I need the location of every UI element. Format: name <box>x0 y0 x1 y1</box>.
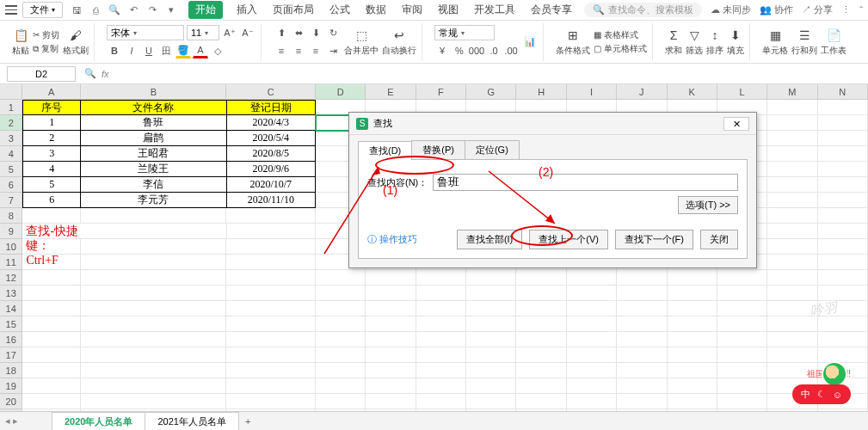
cells-button[interactable]: ▦单元格 <box>762 27 788 57</box>
tab-insert[interactable]: 插入 <box>235 1 259 19</box>
currency-icon[interactable]: ¥ <box>434 43 450 58</box>
cell-C2[interactable]: 2020/4/3 <box>227 115 317 131</box>
col-E[interactable]: E <box>366 84 416 99</box>
row-11[interactable]: 11 <box>0 255 22 270</box>
cell-B1[interactable]: 文件名称 <box>81 100 226 115</box>
col-K[interactable]: K <box>668 84 717 99</box>
comma-icon[interactable]: 000 <box>469 43 484 58</box>
tab-view[interactable]: 视图 <box>436 1 460 19</box>
row-5[interactable]: 5 <box>0 162 22 177</box>
font-color-icon[interactable]: A <box>193 43 208 58</box>
fill-color-icon[interactable]: 🪣 <box>175 43 191 58</box>
row-2[interactable]: 2 <box>0 115 22 131</box>
qat-save-icon[interactable]: 🖫 <box>70 3 83 17</box>
align-top-icon[interactable]: ⬆ <box>274 25 289 40</box>
sum-button[interactable]: Σ求和 <box>665 27 682 57</box>
col-B[interactable]: B <box>81 84 226 99</box>
percent-icon[interactable]: % <box>452 43 467 58</box>
share-button[interactable]: ↗ 分享 <box>802 3 833 16</box>
align-middle-icon[interactable]: ⬌ <box>291 25 306 40</box>
find-input[interactable] <box>433 174 738 191</box>
sheet-nav[interactable]: ◂ ▸ <box>5 415 18 427</box>
cell-B4[interactable]: 王昭君 <box>81 146 226 162</box>
tab-home[interactable]: 开始 <box>188 1 223 19</box>
qat-dropdown-icon[interactable]: ▾ <box>164 3 178 17</box>
filter-button[interactable]: ▽筛选 <box>686 27 703 57</box>
align-right-icon[interactable]: ≡ <box>308 43 323 58</box>
command-search[interactable]: 🔍 查找命令、搜索模板 <box>584 3 702 17</box>
align-bottom-icon[interactable]: ⬇ <box>308 25 323 40</box>
fill-button[interactable]: ⬇填充 <box>727 27 744 57</box>
sheet-tab-2[interactable]: 2021年人员名单 <box>145 412 238 431</box>
table-style-button[interactable]: ▦表格样式 <box>594 29 647 41</box>
indent-icon[interactable]: ⇥ <box>325 43 341 58</box>
orientation-icon[interactable]: ↻ <box>325 25 341 40</box>
format-type-icon[interactable]: 📊 <box>522 34 538 50</box>
col-N[interactable]: N <box>818 84 868 99</box>
cell-C4[interactable]: 2020/8/5 <box>227 146 317 162</box>
align-center-icon[interactable]: ≡ <box>291 43 306 58</box>
cell-C7[interactable]: 2020/11/10 <box>227 193 317 208</box>
conditional-format-button[interactable]: ⊞条件格式 <box>556 27 590 57</box>
cell-style-button[interactable]: ▢单元格样式 <box>594 43 647 55</box>
cell-B6[interactable]: 李信 <box>81 177 226 193</box>
row-12[interactable]: 12 <box>0 270 22 286</box>
sheet-button[interactable]: 📄工作表 <box>821 27 846 57</box>
border-icon[interactable]: 田 <box>158 43 174 58</box>
coop-button[interactable]: 👥 协作 <box>760 3 793 16</box>
more-icon[interactable]: ⋮ <box>841 4 851 15</box>
qat-undo-icon[interactable]: ↶ <box>126 3 140 17</box>
increase-decimal-icon[interactable]: .00 <box>503 43 519 58</box>
cell-A5[interactable]: 4 <box>22 162 81 177</box>
copy-button[interactable]: ⧉复制 <box>33 43 59 55</box>
cell-A6[interactable]: 5 <box>22 177 81 193</box>
cell-A4[interactable]: 3 <box>22 146 81 162</box>
row-1[interactable]: 1 <box>0 100 22 115</box>
row-4[interactable]: 4 <box>0 146 22 162</box>
clear-format-icon[interactable]: ◇ <box>210 43 225 58</box>
name-box[interactable]: D2 <box>7 66 76 82</box>
fx-search-icon[interactable]: 🔍 <box>84 68 96 79</box>
row-17[interactable]: 17 <box>0 347 22 363</box>
decrease-font-icon[interactable]: A⁻ <box>240 25 255 40</box>
tab-data[interactable]: 数据 <box>364 1 388 19</box>
italic-icon[interactable]: I <box>124 43 139 58</box>
cell-C1[interactable]: 登记日期 <box>227 100 317 115</box>
row-13[interactable]: 13 <box>0 286 22 301</box>
add-sheet-button[interactable]: + <box>238 415 257 428</box>
number-format-combo[interactable]: 常规 <box>434 25 495 40</box>
col-H[interactable]: H <box>516 84 566 99</box>
row-18[interactable]: 18 <box>0 363 22 378</box>
qat-print-icon[interactable]: ⎙ <box>89 3 102 17</box>
tab-page-layout[interactable]: 页面布局 <box>271 1 316 19</box>
row-9[interactable]: 9 <box>0 224 22 239</box>
merge-center-button[interactable]: ⬚合并居中 <box>344 27 379 57</box>
row-14[interactable]: 14 <box>0 301 22 316</box>
options-button[interactable]: 选项(T) >> <box>678 196 738 214</box>
close-button[interactable]: 关闭 <box>700 230 738 249</box>
font-name-combo[interactable]: 宋体 <box>107 25 184 40</box>
col-G[interactable]: G <box>466 84 516 99</box>
cell-B5[interactable]: 兰陵王 <box>81 162 226 177</box>
fx-icon[interactable]: fx <box>102 69 109 79</box>
row-16[interactable]: 16 <box>0 332 22 347</box>
col-C[interactable]: C <box>226 84 316 99</box>
cell-C3[interactable]: 2020/5/4 <box>227 131 317 146</box>
dialog-close-button[interactable]: ✕ <box>723 117 749 131</box>
col-J[interactable]: J <box>617 84 667 99</box>
dialog-titlebar[interactable]: S 查找 ✕ <box>349 113 756 135</box>
cell-B2[interactable]: 鲁班 <box>81 115 226 131</box>
cut-button[interactable]: ✂剪切 <box>33 29 59 41</box>
sheet-tab-1[interactable]: 2020年人员名单 <box>52 412 145 431</box>
cell-B7[interactable]: 李元芳 <box>81 193 226 208</box>
status-pill[interactable]: 中☾☺ <box>792 384 851 404</box>
paste-button[interactable]: 📋粘贴 <box>12 27 29 57</box>
collapse-ribbon-icon[interactable]: ˆ <box>859 5 863 15</box>
sort-button[interactable]: ↕排序 <box>706 27 723 57</box>
cell-A2[interactable]: 1 <box>22 115 81 131</box>
cell-B3[interactable]: 扁鹊 <box>81 131 226 146</box>
underline-icon[interactable]: U <box>141 43 157 58</box>
qat-preview-icon[interactable]: 🔍 <box>108 3 121 17</box>
align-left-icon[interactable]: ≡ <box>274 43 289 58</box>
row-20[interactable]: 20 <box>0 394 22 409</box>
